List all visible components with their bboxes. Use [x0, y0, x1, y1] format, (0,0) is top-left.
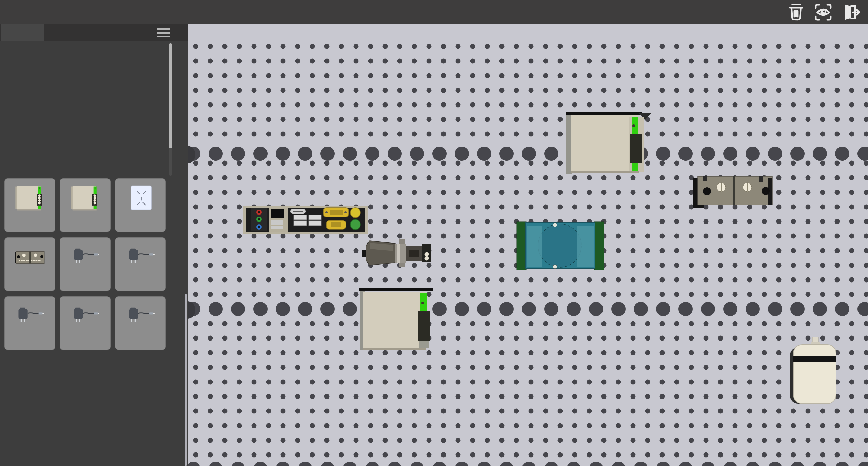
exit-button[interactable]: [840, 2, 861, 22]
device-dc-power-1[interactable]: [359, 288, 433, 350]
title-bar: [0, 0, 868, 24]
adapter-thumbnail: [65, 299, 106, 333]
sidebar-item-RFID设备[interactable]: [0, 63, 166, 85]
eye-icon: [812, 2, 834, 22]
component-card-交流[interactable]: [60, 178, 111, 232]
trash-icon: [785, 2, 807, 22]
hamburger-menu-icon[interactable]: [157, 28, 170, 38]
component-card-插座[interactable]: [115, 178, 166, 232]
category-scrollbar-thumb[interactable]: [169, 43, 172, 148]
component-sidebar: [0, 24, 188, 466]
sidebar-item-执行器[interactable]: [0, 108, 166, 130]
adapter-thumbnail: [10, 299, 51, 333]
device-io-module[interactable]: [517, 222, 604, 270]
adapter-thumbnail: [120, 240, 161, 274]
component-card-5V(5.5-2.5)[interactable]: [115, 237, 166, 291]
component-card-直流[interactable]: [4, 178, 55, 232]
device-dc-power-2[interactable]: [566, 112, 652, 174]
simulation-canvas[interactable]: [188, 24, 868, 466]
socket-thumbnail: [120, 181, 161, 215]
adapter-thumbnail: [120, 299, 161, 333]
psu-thumbnail: [65, 181, 106, 215]
splitter-thumbnail: [10, 240, 51, 274]
component-card-12V(5.5-2.5)[interactable]: [60, 296, 111, 350]
component-card-9V(5.5-2.5)[interactable]: [4, 296, 55, 350]
view-focus-button[interactable]: [812, 2, 834, 22]
sidebar-item-转换接头[interactable]: [0, 152, 166, 174]
component-grid: [4, 178, 178, 350]
exit-icon: [840, 2, 861, 22]
component-card-分线器[interactable]: [4, 237, 55, 291]
psu-thumbnail: [10, 181, 51, 215]
device-splitter[interactable]: [693, 176, 772, 208]
delete-button[interactable]: [785, 2, 807, 22]
sidebar-item-电源[interactable]: [0, 41, 166, 63]
panel-scrollbar[interactable]: [185, 294, 187, 466]
device-pm25-sensor[interactable]: [790, 337, 836, 404]
component-card-5V(3.5-1.35)[interactable]: [115, 296, 166, 350]
sidebar-item-传感器[interactable]: [0, 85, 166, 108]
category-list: [0, 41, 166, 174]
adapter-thumbnail: [65, 240, 106, 274]
component-card-3V(5.5-2.5)[interactable]: [60, 237, 111, 291]
device-computer-interface[interactable]: [243, 206, 368, 234]
sidebar-item-I/O采集模块[interactable]: [0, 130, 166, 152]
device-rs232-485-converter[interactable]: [362, 239, 431, 267]
tab-general[interactable]: [1, 24, 44, 41]
